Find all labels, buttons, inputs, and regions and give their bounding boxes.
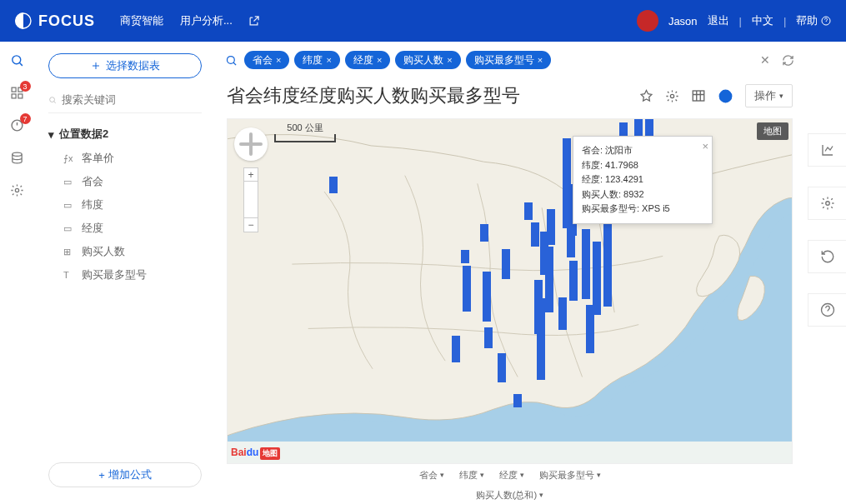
compass-icon[interactable] — [234, 127, 268, 161]
zoom-track[interactable] — [244, 182, 258, 218]
sidebar-search-input[interactable] — [62, 93, 202, 106]
field-item[interactable]: ▭经度 — [33, 217, 217, 240]
rail-settings-icon[interactable] — [10, 183, 24, 197]
rail-data-icon[interactable] — [10, 151, 24, 165]
svg-point-9 — [15, 188, 18, 192]
add-formula-button[interactable]: + 增加公式 — [48, 462, 202, 487]
chevron-down-icon: ▾ — [440, 471, 444, 479]
operate-button[interactable]: 操作 ▾ — [745, 84, 793, 107]
chip-remove-icon[interactable]: × — [276, 55, 281, 65]
zoom-out-button[interactable]: − — [244, 218, 258, 232]
svg-point-11 — [228, 56, 235, 63]
chart-view-icon[interactable] — [718, 88, 733, 104]
map-bar[interactable] — [593, 242, 601, 315]
map-bar[interactable] — [545, 247, 553, 312]
map-bar[interactable] — [452, 336, 460, 362]
chevron-down-icon[interactable]: ▾ — [539, 491, 543, 499]
map-bar[interactable] — [502, 249, 510, 279]
axis-config-icon[interactable] — [808, 133, 846, 167]
query-search-icon[interactable] — [225, 54, 238, 67]
map-bar[interactable] — [484, 327, 493, 348]
field-label: 购买最多型号 — [82, 267, 147, 282]
map-bar[interactable] — [461, 250, 469, 263]
field-item[interactable]: ▭纬度 — [33, 193, 217, 217]
pin-icon[interactable] — [639, 89, 653, 103]
sidebar-search[interactable] — [48, 90, 202, 113]
page-title: 省会纬度经度购买人数购买最多型号 — [227, 83, 520, 108]
dimension-pill[interactable]: 经度 ▾ — [499, 469, 524, 482]
rail-search-icon[interactable] — [10, 53, 24, 67]
top-nav: 商贸智能 用户分析... — [120, 13, 233, 28]
nav-item-user-analysis[interactable]: 用户分析... — [180, 13, 233, 28]
choose-table-button[interactable]: 选择数据表 — [48, 53, 202, 78]
logo-icon — [15, 12, 32, 29]
query-chip[interactable]: 省会× — [244, 51, 289, 69]
query-chip[interactable]: 纬度× — [294, 51, 339, 69]
map-bar[interactable] — [531, 222, 539, 247]
chart-settings-gear-icon[interactable] — [808, 187, 846, 220]
sidebar: 选择数据表 ▾ 位置数据2 ⨍x客单价▭省会▭纬度▭经度⊞购买人数T购买最多型号… — [33, 42, 217, 504]
clear-query-icon[interactable]: ✕ — [760, 53, 770, 67]
map-bar[interactable] — [537, 298, 545, 380]
svg-point-10 — [50, 97, 55, 102]
field-item[interactable]: T购买最多型号 — [33, 263, 217, 287]
map-bar[interactable] — [524, 202, 533, 221]
help-link[interactable]: 帮助 — [796, 13, 831, 28]
map-bar[interactable] — [480, 224, 488, 241]
table-group-header[interactable]: ▾ 位置数据2 — [33, 122, 217, 147]
external-link-icon[interactable] — [248, 15, 260, 27]
map-bar[interactable] — [582, 229, 590, 299]
query-chip[interactable]: 经度× — [345, 51, 390, 69]
map-bar[interactable] — [463, 266, 471, 312]
rail-pinboards-icon[interactable]: 3 — [10, 86, 24, 100]
config-gear-icon[interactable] — [665, 89, 679, 103]
logout-link[interactable]: 退出 — [708, 13, 729, 28]
choose-table-label: 选择数据表 — [106, 58, 160, 73]
dimension-pill[interactable]: 省会 ▾ — [419, 469, 444, 482]
chip-remove-icon[interactable]: × — [326, 55, 331, 65]
refresh-icon[interactable] — [782, 54, 794, 67]
map-bar[interactable] — [483, 272, 491, 322]
chevron-down-icon: ▾ — [597, 471, 601, 479]
map-bar[interactable] — [569, 261, 578, 301]
map-bar[interactable] — [558, 297, 567, 329]
map-bar[interactable] — [513, 394, 522, 408]
query-chip[interactable]: 购买人数× — [395, 51, 460, 69]
zoom-slider[interactable]: + − — [243, 167, 258, 232]
add-formula-label: 增加公式 — [108, 467, 152, 482]
query-chip[interactable]: 购买最多型号× — [466, 51, 551, 69]
table-view-icon[interactable] — [691, 88, 706, 103]
map-type-button[interactable]: 地图 — [757, 122, 788, 140]
help-icon[interactable] — [808, 293, 846, 327]
chevron-down-icon: ▾ — [480, 471, 484, 479]
field-item[interactable]: ⨍x客单价 — [33, 147, 217, 170]
left-rail: 3 7 — [0, 42, 33, 504]
map-container[interactable]: + − 500 公里 地图 × 省会: 沈阳市纬度: 41.7968经度: 12… — [227, 118, 793, 464]
tooltip-close-icon[interactable]: × — [702, 138, 708, 156]
map-bar[interactable] — [498, 353, 506, 382]
dimension-pill[interactable]: 纬度 ▾ — [459, 469, 484, 482]
svg-point-8 — [12, 152, 21, 156]
field-item[interactable]: ⊞购买人数 — [33, 240, 217, 263]
map-bar[interactable] — [603, 215, 612, 307]
map-bar[interactable] — [586, 305, 594, 352]
table-group-name: 位置数据2 — [59, 127, 108, 142]
chip-remove-icon[interactable]: × — [377, 55, 382, 65]
field-item[interactable]: ▭省会 — [33, 170, 217, 193]
chip-remove-icon[interactable]: × — [447, 55, 452, 65]
map-bar[interactable] — [329, 177, 338, 192]
tooltip-row: 购买最多型号: XPS i5 — [582, 202, 703, 217]
rail-alerts-icon[interactable]: 7 — [10, 118, 24, 132]
avatar[interactable] — [637, 10, 658, 32]
reset-icon[interactable] — [808, 240, 846, 273]
field-label: 纬度 — [82, 197, 103, 212]
username[interactable]: Jason — [668, 15, 698, 27]
chevron-down-icon: ▾ — [520, 471, 524, 479]
lang-switch[interactable]: 中文 — [752, 13, 773, 28]
nav-item-bi[interactable]: 商贸智能 — [120, 13, 163, 28]
right-tool-rail — [808, 133, 846, 327]
chip-remove-icon[interactable]: × — [538, 55, 543, 65]
main-area: 省会×纬度×经度×购买人数×购买最多型号× ✕ 省会纬度经度购买人数购买最多型号… — [217, 42, 803, 504]
zoom-in-button[interactable]: + — [244, 168, 258, 182]
dimension-pill[interactable]: 购买最多型号 ▾ — [539, 469, 601, 482]
